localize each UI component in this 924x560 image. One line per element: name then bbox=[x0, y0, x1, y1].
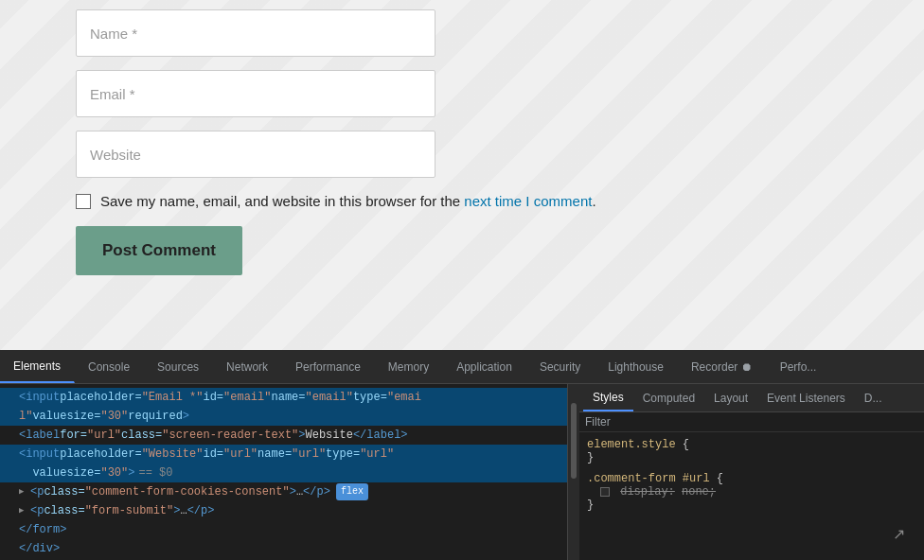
tab-performance[interactable]: Performance bbox=[282, 350, 375, 383]
checkbox-link[interactable]: next time I comment bbox=[464, 193, 592, 209]
html-scrollbar[interactable] bbox=[568, 384, 579, 560]
html-line-4[interactable]: <input placeholder="Website" id="url" na… bbox=[0, 445, 567, 464]
styles-panel: Styles Computed Layout Event Listeners D… bbox=[579, 384, 924, 560]
css-prop-name: display: bbox=[620, 485, 675, 499]
css-selector-2-text: .comment-form #url bbox=[587, 472, 710, 485]
css-prop-checkbox[interactable] bbox=[600, 487, 610, 497]
css-rule-comment-form-url: .comment-form #url { display: none; } bbox=[587, 472, 916, 512]
website-input[interactable]: Website bbox=[76, 131, 435, 178]
css-rule-close-2: } bbox=[587, 499, 916, 512]
tab-perf-insights[interactable]: Perfo... bbox=[767, 350, 831, 383]
styles-filter-bar: Filter bbox=[579, 412, 924, 432]
styles-tab-d[interactable]: D... bbox=[855, 384, 892, 411]
css-selector-text: element.style bbox=[587, 438, 676, 451]
html-line-6[interactable]: ▶ <p class="comment-form-cookies-consent… bbox=[0, 482, 567, 501]
post-comment-button[interactable]: Post Comment bbox=[76, 226, 242, 275]
page-preview: Name * Email * Website Save my name, ema… bbox=[0, 0, 924, 350]
styles-rules-area: element.style { } .comment-form #url { bbox=[579, 432, 924, 560]
html-line-1[interactable]: <input placeholder="Email *" id="email" … bbox=[0, 388, 567, 407]
tab-recorder[interactable]: Recorder ⏺ bbox=[678, 350, 767, 383]
css-property-row: display: none; bbox=[587, 485, 916, 499]
tab-security[interactable]: Security bbox=[526, 350, 595, 383]
styles-tab-styles[interactable]: Styles bbox=[583, 384, 633, 411]
tab-application[interactable]: Application bbox=[443, 350, 526, 383]
styles-tabs-bar: Styles Computed Layout Event Listeners D… bbox=[579, 384, 924, 412]
css-rule-element-style: element.style { } bbox=[587, 438, 916, 464]
tab-network[interactable]: Network bbox=[213, 350, 282, 383]
html-panel[interactable]: <input placeholder="Email *" id="email" … bbox=[0, 384, 568, 560]
html-line-2[interactable]: l" value size="30" required> bbox=[0, 407, 567, 426]
css-rule-close-1: } bbox=[587, 451, 916, 464]
styles-tab-event-listeners[interactable]: Event Listeners bbox=[757, 384, 855, 411]
tab-memory[interactable]: Memory bbox=[375, 350, 443, 383]
tab-sources[interactable]: Sources bbox=[144, 350, 213, 383]
styles-tab-computed[interactable]: Computed bbox=[633, 384, 704, 411]
flex-badge: flex bbox=[336, 483, 368, 500]
css-rule-selector-2: .comment-form #url { bbox=[587, 472, 916, 485]
tab-lighthouse[interactable]: Lighthouse bbox=[595, 350, 678, 383]
name-input[interactable]: Name * bbox=[76, 9, 435, 57]
css-prop-value: none; bbox=[682, 485, 716, 499]
checkbox-label: Save my name, email, and website in this… bbox=[100, 193, 596, 209]
html-line-7[interactable]: ▶ <p class="form-submit" > … </p> bbox=[0, 501, 567, 520]
filter-label: Filter bbox=[585, 415, 611, 429]
tab-elements[interactable]: Elements bbox=[0, 350, 75, 383]
styles-tab-layout[interactable]: Layout bbox=[704, 384, 757, 411]
devtools-panel: Elements Console Sources Network Perform… bbox=[0, 350, 924, 560]
html-line-3[interactable]: <label for="url" class="screen-reader-te… bbox=[0, 426, 567, 445]
tab-console[interactable]: Console bbox=[75, 350, 144, 383]
email-input[interactable]: Email * bbox=[76, 70, 435, 117]
devtools-tabs-bar: Elements Console Sources Network Perform… bbox=[0, 350, 924, 384]
html-line-8[interactable]: </form> bbox=[0, 520, 567, 539]
devtools-content-area: <input placeholder="Email *" id="email" … bbox=[0, 384, 924, 560]
cursor-indicator: ↗ bbox=[893, 525, 905, 543]
html-line-9[interactable]: </div> bbox=[0, 539, 567, 558]
save-info-checkbox[interactable] bbox=[76, 194, 91, 209]
css-rule-selector-1: element.style { bbox=[587, 438, 916, 451]
html-line-5[interactable]: value size="30" > == $0 bbox=[0, 464, 567, 482]
save-info-row: Save my name, email, and website in this… bbox=[76, 193, 596, 209]
scrollbar-thumb[interactable] bbox=[571, 403, 577, 479]
